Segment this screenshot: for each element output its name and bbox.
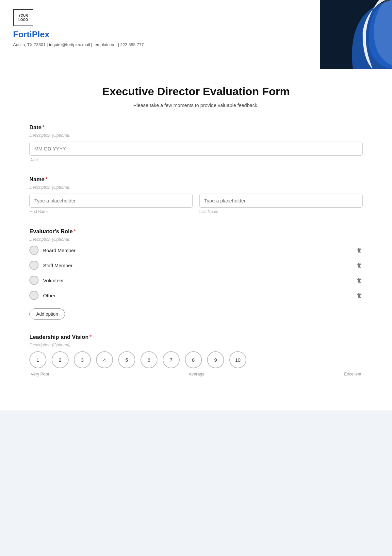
rating-circle-10[interactable]: 10: [229, 351, 246, 368]
radio-circle-staff-member: [29, 261, 39, 270]
header-left: YOUR LOGO FortiPlex Austin, TX 73301 | i…: [13, 9, 379, 47]
radio-option-staff-member[interactable]: Staff Member 🗑: [29, 261, 363, 270]
date-required-star: *: [42, 124, 45, 130]
name-section: Name* Description (Optional) First Name …: [29, 176, 363, 214]
first-name-hint: First Name: [29, 209, 193, 214]
form-subtitle: Please take a few moments to provide val…: [29, 102, 363, 108]
leadership-vision-required-star: *: [90, 334, 92, 340]
contact-info: Austin, TX 73301 | inquire@fortiplex.mai…: [13, 42, 379, 47]
radio-circle-volunteer: [29, 276, 39, 285]
rating-circle-2[interactable]: 2: [52, 351, 69, 368]
radio-option-board-member[interactable]: Board Member 🗑: [29, 246, 363, 255]
last-name-field: Last Name: [199, 194, 363, 214]
logo-box: YOUR LOGO: [13, 9, 33, 26]
rating-circle-1[interactable]: 1: [29, 351, 46, 368]
last-name-hint: Last Name: [199, 209, 363, 214]
leadership-vision-section: Leadership and Vision* Description (Opti…: [29, 334, 363, 376]
rating-circle-8[interactable]: 8: [185, 351, 202, 368]
name-description: Description (Optional): [29, 185, 363, 190]
evaluator-role-required-star: *: [74, 228, 76, 235]
rating-circle-6[interactable]: 6: [140, 351, 157, 368]
date-section: Date* Description (Optional) Date: [29, 124, 363, 162]
radio-label-volunteer: Volunteer: [43, 278, 357, 283]
evaluator-role-section: Evaluator's Role* Description (Optional)…: [29, 228, 363, 320]
evaluator-role-label: Evaluator's Role*: [29, 228, 363, 235]
radio-circle-other: [29, 291, 39, 300]
rating-label-mid: Average: [189, 372, 204, 376]
date-hint: Date: [29, 157, 363, 162]
rating-circle-5[interactable]: 5: [118, 351, 135, 368]
rating-label-low: Very Poor: [31, 372, 49, 376]
first-name-input[interactable]: [29, 194, 193, 208]
add-option-button[interactable]: Add option: [29, 308, 65, 320]
leadership-vision-description: Description (Optional): [29, 342, 363, 347]
last-name-input[interactable]: [199, 194, 363, 208]
name-row: First Name Last Name: [29, 194, 363, 214]
leadership-vision-label: Leadership and Vision*: [29, 334, 363, 340]
rating-circle-4[interactable]: 4: [96, 351, 113, 368]
main-content: Executive Director Evaluation Form Pleas…: [0, 69, 392, 410]
rating-circle-3[interactable]: 3: [74, 351, 91, 368]
delete-icon-volunteer[interactable]: 🗑: [357, 277, 363, 284]
rating-labels: Very Poor Average Excellent: [29, 372, 363, 376]
rating-label-high: Excellent: [344, 372, 361, 376]
delete-icon-staff-member[interactable]: 🗑: [357, 262, 363, 269]
radio-circle-board-member: [29, 246, 39, 255]
radio-option-volunteer[interactable]: Volunteer 🗑: [29, 276, 363, 285]
name-required-star: *: [45, 176, 48, 182]
radio-label-staff-member: Staff Member: [43, 263, 357, 268]
delete-icon-board-member[interactable]: 🗑: [357, 247, 363, 254]
date-input[interactable]: [29, 142, 363, 156]
first-name-field: First Name: [29, 194, 193, 214]
evaluator-role-description: Description (Optional): [29, 237, 363, 242]
radio-label-other: Other:: [43, 293, 357, 298]
radio-option-other[interactable]: Other: 🗑: [29, 291, 363, 300]
rating-row: 1 2 3 4 5 6 7 8 9 10: [29, 351, 363, 368]
rating-circle-9[interactable]: 9: [207, 351, 224, 368]
date-description: Description (Optional): [29, 133, 363, 138]
delete-icon-other[interactable]: 🗑: [357, 292, 363, 299]
brand-name: FortiPlex: [13, 29, 379, 40]
radio-label-board-member: Board Member: [43, 248, 357, 253]
form-title: Executive Director Evaluation Form: [29, 85, 363, 98]
rating-circle-7[interactable]: 7: [163, 351, 180, 368]
name-label: Name*: [29, 176, 363, 183]
header: YOUR LOGO FortiPlex Austin, TX 73301 | i…: [0, 0, 392, 69]
date-label: Date*: [29, 124, 363, 131]
